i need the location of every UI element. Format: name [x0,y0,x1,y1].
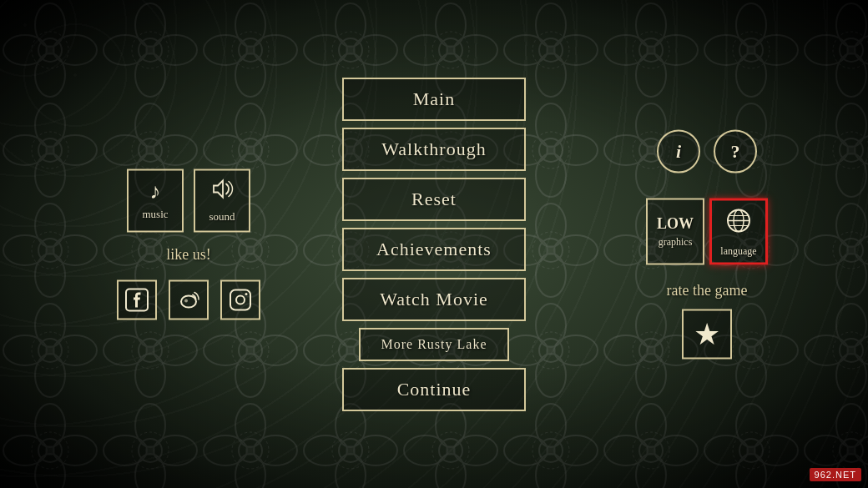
rate-section: rate the game ★ [667,281,748,359]
social-icons [117,279,260,319]
settings-row: LOW graphics language [646,198,768,264]
help-icon: ? [731,140,740,162]
svg-point-4 [236,295,245,304]
help-button[interactable]: ? [714,129,757,173]
svg-point-5 [245,293,248,295]
music-label: music [142,207,168,220]
sound-label: sound [209,210,235,224]
info-button[interactable]: i [657,129,700,173]
continue-button[interactable]: Continue [342,368,526,411]
weibo-button[interactable] [169,279,209,319]
watch-movie-button[interactable]: Watch Movie [342,278,526,321]
main-content: ♪ music sound like us! [0,0,868,488]
reset-button[interactable]: Reset [342,178,526,221]
music-toggle[interactable]: ♪ music [127,169,184,232]
game-app: ♪ music sound like us! [0,0,868,488]
main-button[interactable]: Main [342,78,526,121]
language-label: language [720,244,756,257]
sound-icon [210,178,234,205]
more-rusty-lake-button[interactable]: More Rusty Lake [359,328,509,361]
rate-button[interactable]: ★ [682,309,732,359]
svg-point-2 [184,299,188,302]
top-icons: i ? [657,129,757,173]
svg-point-1 [181,295,196,307]
rate-label: rate the game [667,281,748,299]
left-panel: ♪ music sound like us! [117,169,260,319]
instagram-button[interactable] [220,279,260,319]
walkthrough-button[interactable]: Walkthrough [342,128,526,171]
language-icon [724,205,754,241]
info-icon: i [676,140,681,162]
music-icon: ♪ [150,180,161,202]
watermark: 962.NET [810,468,861,481]
graphics-button[interactable]: LOW graphics [646,198,704,264]
star-icon: ★ [694,316,720,351]
facebook-button[interactable] [117,279,157,319]
language-button[interactable]: language [709,198,768,264]
achievements-button[interactable]: Achievements [342,228,526,271]
right-panel: i ? LOW graphics [646,129,768,359]
svg-rect-3 [230,289,250,309]
graphics-label: graphics [659,235,693,248]
sound-toggle[interactable]: sound [194,169,250,232]
graphics-value: LOW [657,214,694,232]
like-us-label: like us! [166,245,211,263]
audio-controls: ♪ music sound [127,169,250,232]
center-menu: Main Walkthrough Reset Achievements Watc… [342,78,526,411]
